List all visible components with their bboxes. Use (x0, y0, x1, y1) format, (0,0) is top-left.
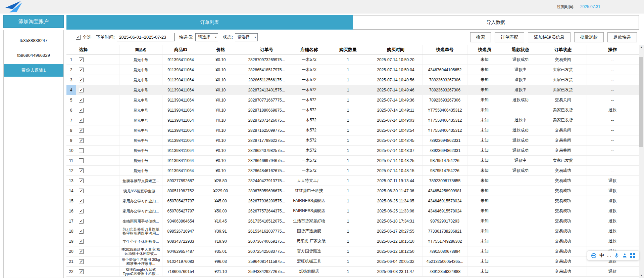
courier-cell: 未知 (467, 156, 502, 165)
order-no-cell: 282870771667775... (242, 95, 291, 105)
action-cell[interactable]: 退款 (587, 267, 638, 276)
ime-language-indicator[interactable]: 中 (599, 252, 604, 259)
product-name-cell: 晨光中号 (119, 125, 162, 135)
tab-import-data[interactable]: 导入数据 (353, 15, 639, 30)
action-cell[interactable]: 退款 (587, 176, 638, 186)
row-number-cell[interactable]: 13 (66, 176, 76, 186)
refund-status-cell: 退款成功 (502, 125, 539, 135)
tab-order-list[interactable]: 订单列表 (66, 15, 353, 30)
row-select-checkbox[interactable] (79, 78, 84, 82)
user-icon[interactable] (622, 253, 627, 258)
row-number-cell[interactable]: 4 (66, 85, 76, 95)
row-select-checkbox[interactable] (79, 128, 84, 133)
quantity-cell: 1 (327, 246, 369, 256)
add-taobao-account-button[interactable]: 添加淘宝账户 (3, 15, 64, 28)
row-select-checkbox[interactable] (79, 239, 84, 244)
product-id-cell: 910241976083 (162, 256, 199, 266)
order-no-cell: 282871779862275... (242, 135, 291, 145)
row-select-checkbox[interactable] (79, 269, 84, 274)
scroll-down-arrow[interactable]: ▼ (639, 273, 644, 278)
row-number-cell[interactable]: 12 (66, 166, 76, 175)
row-select-checkbox[interactable] (79, 199, 84, 203)
row-select-checkbox[interactable] (79, 108, 84, 113)
row-select-checkbox[interactable] (79, 118, 84, 123)
row-number-cell[interactable]: 6 (66, 105, 76, 115)
row-select-checkbox[interactable] (79, 168, 84, 173)
scrollbar-track[interactable] (639, 50, 644, 273)
row-number-cell[interactable]: 18 (66, 226, 76, 236)
row-number-cell[interactable]: 20 (66, 246, 76, 256)
row-number-cell[interactable]: 11 (66, 156, 76, 165)
order-no-cell: 282872413401575... (242, 85, 291, 95)
shop-name-cell: 一木572 (291, 95, 327, 105)
row-number-cell[interactable]: 19 (66, 236, 76, 246)
row-number-cell[interactable]: 17 (66, 216, 76, 226)
grid-icon[interactable] (630, 253, 635, 258)
courier-select[interactable]: 请选择 ▾ (195, 33, 218, 41)
select-all-checkbox[interactable] (76, 35, 81, 40)
price-cell: ¥0.10 (199, 156, 242, 165)
row-select-checkbox[interactable] (79, 148, 84, 153)
sidebar-account-item[interactable]: tb3588838247 (4, 34, 63, 47)
scroll-up-arrow[interactable]: ▲ (639, 45, 644, 50)
status-label: 状态: (223, 34, 233, 40)
product-id-cell: 911398411064 (162, 135, 199, 145)
action-cell[interactable]: 退款 (587, 206, 638, 216)
action-cell[interactable]: 退款 (587, 216, 638, 226)
row-select-checkbox[interactable] (79, 178, 84, 183)
row-number-cell[interactable]: 15 (66, 196, 76, 206)
search-button[interactable]: 搜索 (470, 32, 491, 42)
row-number-cell[interactable]: 16 (66, 206, 76, 216)
action-cell[interactable]: 退款 (587, 236, 638, 246)
row-number-cell[interactable]: 10 (66, 146, 76, 155)
sidebar-account-item[interactable]: 带你去逗雏1 (4, 64, 63, 77)
tracking-no-cell: 9879514754226 (423, 166, 467, 175)
product-id-cell: 800511982752 (162, 186, 199, 196)
row-select-checkbox[interactable] (79, 98, 84, 103)
price-cell: ¥50.00 (199, 206, 242, 216)
buy-time-cell: 2025-06-18 17:34:31 (369, 216, 423, 226)
row-number-cell[interactable]: 8 (66, 125, 76, 135)
row-select-checkbox[interactable] (79, 68, 84, 72)
row-select-checkbox[interactable] (79, 158, 84, 163)
microphone-icon[interactable] (614, 253, 619, 258)
row-select-checkbox[interactable] (79, 249, 84, 254)
row-select-checkbox[interactable] (79, 88, 84, 92)
row-number-cell[interactable]: 7 (66, 115, 76, 125)
row-number-cell[interactable]: 14 (66, 186, 76, 196)
row-select-checkbox[interactable] (79, 209, 84, 213)
batch-refund-button[interactable]: 批量退款 (574, 32, 604, 42)
order-status-cell: 交易成功 (539, 226, 587, 236)
row-select-checkbox[interactable] (79, 57, 84, 62)
action-cell[interactable]: 退款 (587, 226, 638, 236)
row-select-checkbox[interactable] (79, 138, 84, 143)
add-courier-info-button[interactable]: 添加快递员信息 (528, 32, 571, 42)
buy-time-cell: 2025-07-14 10:49:46 (369, 85, 423, 95)
row-number-cell[interactable]: 1 (66, 55, 76, 65)
refund-express-button[interactable]: 退款快递 (607, 32, 637, 42)
row-number-cell[interactable]: 21 (66, 256, 76, 266)
order-no-cell: 282872071426075... (242, 115, 291, 125)
status-select[interactable]: 请选择 ▾ (235, 33, 258, 41)
row-select-checkbox[interactable] (79, 259, 84, 264)
table-scrollbar[interactable]: ▲ ▼ (639, 45, 644, 278)
action-cell[interactable]: 退款 (587, 186, 638, 196)
row-select-checkbox[interactable] (79, 189, 84, 193)
row-number-cell[interactable]: 22 (66, 267, 76, 276)
action-cell[interactable]: 退款 (587, 196, 638, 206)
row-number-cell[interactable]: 9 (66, 135, 76, 145)
ime-logo-icon[interactable] (591, 253, 596, 258)
row-number-cell[interactable]: 2 (66, 65, 76, 75)
row-number-cell[interactable]: 3 (66, 75, 76, 85)
row-select-checkbox[interactable] (79, 229, 84, 234)
order-match-button[interactable]: 订单匹配 (495, 32, 524, 42)
scrollbar-thumb[interactable] (639, 57, 643, 147)
row-number-cell[interactable]: 5 (66, 95, 76, 105)
action-cell[interactable]: 退款 (587, 105, 638, 115)
product-name-cell: 季2025新款中大童宽 松运动裤子休闲防蚊... (119, 246, 162, 256)
sidebar-account-item[interactable]: tb868044966329 (4, 49, 63, 62)
punctuation-icon[interactable]: 。, (607, 253, 611, 258)
order-time-range-input[interactable] (117, 33, 175, 41)
row-select-checkbox[interactable] (79, 219, 84, 224)
buy-time-cell: 2025-06-04 20:05:32 (369, 256, 423, 266)
